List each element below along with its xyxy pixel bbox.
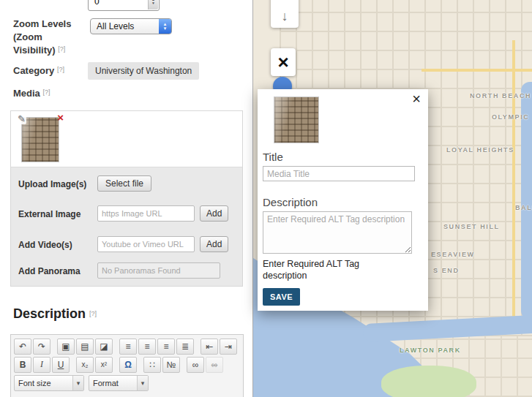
numbered-list-button[interactable]: №: [162, 357, 180, 373]
close-x-icon: ×: [277, 51, 288, 74]
close-icon[interactable]: ×: [412, 91, 421, 106]
save-button[interactable]: SAVE: [263, 288, 300, 306]
format-select[interactable]: Format ▾: [89, 375, 149, 391]
category-label: Category [?]: [13, 65, 64, 76]
unlink-button[interactable]: ∞: [206, 357, 223, 373]
map-label-ballard: BALLA: [515, 204, 532, 211]
map-label-olympic: OLYMPIC: [492, 113, 529, 121]
arterial-road: [422, 69, 532, 72]
zoom-levels-selected-value: All Levels: [91, 21, 159, 31]
special-character-button[interactable]: Ω: [119, 357, 137, 373]
park-area: [381, 366, 476, 397]
add-videos-label: Add Video(s): [18, 240, 72, 250]
bold-button[interactable]: B: [14, 357, 31, 373]
title-label: Title: [263, 151, 283, 163]
zoom-number-input[interactable]: ▲ ▼: [88, 0, 160, 11]
align-right-button[interactable]: ≡: [157, 339, 175, 355]
arrow-down-icon: ↓: [282, 9, 288, 24]
media-title-input[interactable]: [263, 166, 415, 181]
select-arrows-icon: ▲ ▼: [159, 19, 171, 34]
external-image-add-button[interactable]: Add: [200, 205, 228, 222]
toolbar-row-2: B I U x₂ x² Ω ∷ № ∞ ∞: [12, 355, 241, 374]
map-label-loyal-heights: LOYAL HEIGHTS: [446, 146, 514, 154]
align-justify-button[interactable]: ≣: [176, 339, 194, 355]
external-image-input[interactable]: [97, 205, 195, 222]
italic-button[interactable]: I: [33, 357, 50, 373]
bullet-list-button[interactable]: ∷: [143, 357, 161, 373]
paste-from-word-button[interactable]: ▤: [76, 339, 94, 355]
map-label-seaview: ESEAVIEW: [431, 251, 475, 258]
select-file-button[interactable]: Select file: [97, 175, 151, 192]
indent-button[interactable]: ⇥: [220, 339, 237, 355]
media-label: Media [?]: [13, 88, 50, 99]
help-icon[interactable]: [?]: [58, 45, 65, 53]
remove-format-button[interactable]: ◪: [95, 339, 113, 355]
pencil-edit-icon[interactable]: ✎: [17, 113, 26, 124]
add-panorama-label: Add Panorama: [18, 266, 80, 276]
paste-button[interactable]: ▣: [57, 339, 75, 355]
subscript-button[interactable]: x₂: [76, 357, 94, 373]
media-thumbnail: [274, 97, 319, 143]
media-box: ✎ × Upload Image(s) Select file External…: [10, 110, 243, 287]
link-button[interactable]: ∞: [187, 357, 204, 373]
marker-delete-control[interactable]: ×: [271, 48, 296, 76]
upload-images-label: Upload Image(s): [18, 179, 86, 189]
format-value: Format: [89, 379, 137, 387]
panorama-input: [97, 262, 220, 279]
underline-button[interactable]: U: [52, 357, 70, 373]
video-add-button[interactable]: Add: [200, 236, 228, 252]
media-label-text: Media: [13, 88, 40, 99]
description-heading: Description [?]: [13, 306, 97, 322]
redo-button[interactable]: ↷: [33, 339, 50, 355]
map-editor-screen: ▲ ▼ Zoom Levels (Zoom Visibility) [?] Al…: [0, 0, 532, 397]
number-stepper-icon[interactable]: ▲ ▼: [148, 0, 158, 10]
outdent-button[interactable]: ⇤: [201, 339, 218, 355]
description-label: Description: [263, 196, 318, 208]
map-label-s-end: S END: [433, 267, 460, 274]
stepper-down-icon[interactable]: ▼: [151, 1, 155, 5]
undo-button[interactable]: ↶: [14, 339, 31, 355]
delete-media-icon[interactable]: ×: [57, 111, 64, 124]
chevron-down-icon: ▾: [72, 376, 83, 390]
chevron-down-icon: ▾: [137, 376, 148, 390]
pan-down-control[interactable]: ↓: [271, 0, 299, 28]
help-icon[interactable]: [?]: [89, 310, 97, 317]
category-label-text: Category: [13, 65, 54, 76]
font-size-select[interactable]: Font size ▾: [14, 375, 84, 391]
zoom-levels-select[interactable]: All Levels ▲ ▼: [90, 18, 172, 34]
toolbar-row-1: ↶ ↷ ▣ ▤ ◪ ≡ ≡ ≡ ≣ ⇤ ⇥: [12, 337, 241, 355]
video-url-input[interactable]: [97, 236, 195, 252]
font-size-value: Font size: [15, 379, 72, 387]
align-center-button[interactable]: ≡: [138, 339, 156, 355]
external-image-label: External Image: [18, 209, 80, 219]
media-thumbnail[interactable]: ✎ ×: [21, 117, 59, 162]
alt-helper-text: Enter Required ALT Tag description: [263, 258, 391, 281]
select-down-icon: ▼: [163, 26, 168, 31]
alt-description-textarea[interactable]: [263, 211, 412, 254]
align-left-button[interactable]: ≡: [119, 339, 137, 355]
left-form-panel: ▲ ▼ Zoom Levels (Zoom Visibility) [?] Al…: [0, 0, 252, 397]
zoom-number-field[interactable]: [89, 0, 149, 10]
arterial-road: [512, 40, 515, 318]
map-label-lawton-park: LAWTON PARK: [400, 347, 461, 354]
rich-text-editor-toolbar: ↶ ↷ ▣ ▤ ◪ ≡ ≡ ≡ ≣ ⇤ ⇥ B I U x₂ x² Ω ∷ №: [10, 334, 244, 397]
zoom-levels-label: Zoom Levels (Zoom Visibility) [?]: [13, 18, 79, 58]
superscript-button[interactable]: x²: [95, 357, 113, 373]
map-label-north-beach: NORTH BEACH: [470, 92, 531, 99]
map-label-sunset-hill: SUNSET HILL: [443, 223, 500, 230]
description-heading-text: Description: [13, 306, 86, 321]
toolbar-row-3: Font size ▾ Format ▾: [12, 374, 241, 392]
help-icon[interactable]: [?]: [42, 88, 50, 96]
help-icon[interactable]: [?]: [57, 66, 64, 73]
media-edit-modal: × Title Description Enter Required ALT T…: [258, 89, 428, 311]
category-value-chip[interactable]: University of Washington: [88, 62, 199, 80]
